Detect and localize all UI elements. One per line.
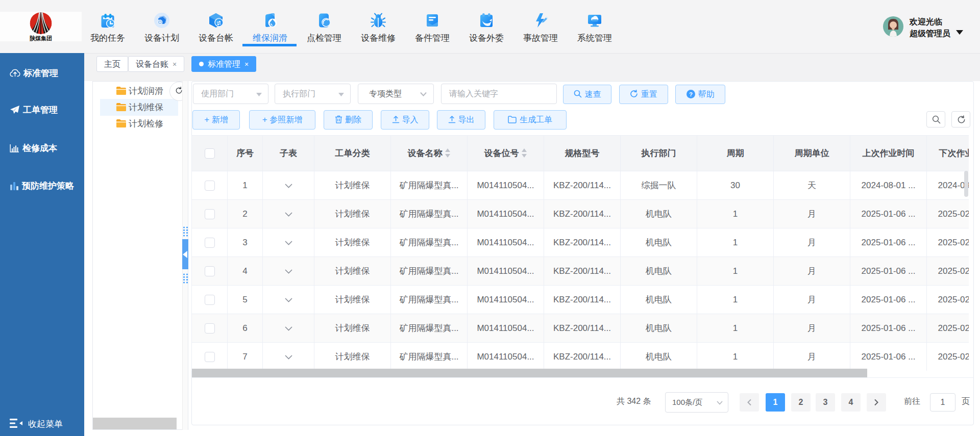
svg-text:陕煤集团: 陕煤集团 [30, 35, 52, 41]
svg-text:?: ? [689, 91, 692, 97]
